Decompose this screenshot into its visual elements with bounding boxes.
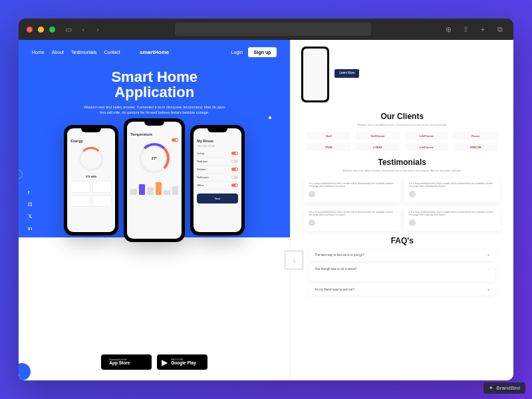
phone-mockups: Energy 575 kWh Temperature 27° My Room C… (19, 125, 290, 242)
nav-links: Home About Testimonials Contact (32, 50, 120, 55)
faq-item[interactable]: As my friend used to ask me?+ (309, 284, 495, 295)
logo[interactable]: smartHome (140, 49, 169, 55)
brandbird-icon: ✦ (489, 385, 493, 391)
testimonial-card: It is a long established fact that a rea… (404, 206, 500, 231)
forward-icon[interactable]: › (92, 24, 103, 35)
play-icon: ▶ (162, 358, 168, 367)
client-logo: PRECOR (454, 143, 497, 151)
phone-temperature: Temperature 27° (124, 118, 185, 242)
faq-item[interactable]: And though love to do is serve?− (309, 263, 495, 281)
phone-room: My Room CHOOSE ROOM Living Bedroom Kitch… (190, 125, 245, 235)
temp-toggle (172, 138, 178, 142)
phone-energy: Energy 575 kWh (64, 125, 118, 235)
plus-icon: + (487, 288, 489, 291)
app-store-buttons: Download on theApp Store ▶ GET IT ONGoog… (101, 354, 207, 370)
client-logo: Harif (307, 132, 350, 140)
testimonial-card: It is a long established fact that a rea… (304, 178, 400, 202)
hero-subtitle: Wisdom new and valley answer. Contented … (81, 104, 227, 116)
testimonials-heading: Testimonials (301, 158, 503, 167)
share-icon[interactable]: ⇧ (460, 24, 471, 35)
testimonial-card: It is a long established fact that a rea… (404, 178, 500, 202)
hero-section: Smart HomeApplication Wisdom new and val… (19, 57, 290, 116)
main-column: Home About Testimonials Contact smartHom… (19, 40, 290, 380)
close-dot[interactable] (27, 27, 33, 33)
faq-list: The best way to find out is to just go?+… (301, 249, 503, 295)
watermark[interactable]: ✦ BrandBird (483, 382, 525, 394)
client-logos: Harif CaliXtreme LifeFitness Precor TRUE… (301, 132, 503, 151)
sidebar-icon[interactable]: ▭ (63, 24, 74, 35)
side-column: Learn More Our Clients Wisdom new and va… (290, 40, 513, 380)
scroll-down-icon[interactable]: ↓ (285, 251, 303, 269)
url-bar[interactable] (175, 23, 371, 36)
faq-heading: FAQ's (301, 236, 503, 245)
temperature-gauge: 27° (139, 143, 170, 174)
signup-button[interactable]: Sign up (248, 47, 277, 57)
client-logo: Precor (454, 132, 497, 140)
energy-gauge (79, 147, 103, 171)
nav-testimonials[interactable]: Testimonials (71, 50, 97, 55)
tabs-icon[interactable]: ⧉ (495, 24, 505, 35)
hero-title: Smart HomeApplication (19, 69, 290, 100)
app-store-button[interactable]: Download on theApp Store (101, 354, 152, 370)
next-button: Next (197, 194, 238, 203)
nav-contact[interactable]: Contact (104, 50, 120, 55)
nav-about[interactable]: About (52, 50, 64, 55)
plus-icon[interactable]: + (477, 24, 488, 35)
nav-home[interactable]: Home (32, 50, 45, 55)
minus-icon: − (487, 267, 489, 271)
minimize-dot[interactable] (38, 27, 44, 33)
client-logo: TRUE (307, 143, 350, 151)
client-logo: CaliXtreme (356, 132, 400, 140)
client-logo: CYBEX (356, 143, 400, 151)
back-icon[interactable]: ‹ (78, 24, 88, 35)
top-nav: Home About Testimonials Contact smartHom… (19, 40, 290, 57)
testimonial-card: It is a long established fact that a rea… (304, 206, 400, 231)
client-logo: LifeFitness (405, 143, 449, 151)
viewport: Home About Testimonials Contact smartHom… (19, 40, 513, 380)
browser-chrome: ▭ ‹ › ⊕ ⇧ + ⧉ (19, 19, 513, 40)
client-logo: LifeFitness (405, 132, 449, 140)
download-icon[interactable]: ⊕ (443, 24, 454, 35)
testimonials-grid: It is a long established fact that a rea… (301, 178, 503, 231)
learn-more-button[interactable]: Learn More (334, 69, 359, 78)
browser-window: ▭ ‹ › ⊕ ⇧ + ⧉ Home About Testimonials Co… (19, 19, 513, 380)
maximize-dot[interactable] (49, 27, 55, 33)
faq-item[interactable]: The best way to find out is to just go?+ (309, 249, 495, 261)
login-link[interactable]: Login (231, 50, 243, 55)
clients-heading: Our Clients (301, 112, 503, 121)
plus-icon: + (487, 253, 489, 257)
google-play-button[interactable]: ▶ GET IT ONGoogle Play (157, 354, 207, 370)
mini-phone-mockup (301, 47, 329, 102)
